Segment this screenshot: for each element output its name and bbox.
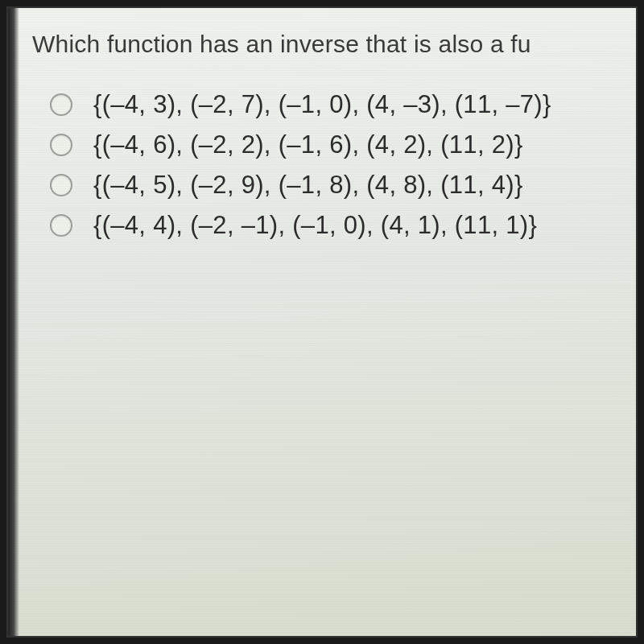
quiz-screen: Which function has an inverse that is al… (8, 8, 636, 636)
option-row-2[interactable]: {(–4, 6), (–2, 2), (–1, 6), (4, 2), (11,… (50, 130, 636, 159)
option-row-3[interactable]: {(–4, 5), (–2, 9), (–1, 8), (4, 8), (11,… (50, 171, 636, 200)
radio-icon[interactable] (50, 134, 72, 156)
option-label-1: {(–4, 3), (–2, 7), (–1, 0), (4, –3), (11… (93, 90, 551, 119)
monitor-bezel-left (8, 8, 19, 636)
radio-icon[interactable] (50, 214, 72, 237)
options-list: {(–4, 3), (–2, 7), (–1, 0), (4, –3), (11… (50, 90, 636, 240)
radio-icon[interactable] (50, 174, 72, 196)
radio-icon[interactable] (50, 93, 72, 116)
option-label-2: {(–4, 6), (–2, 2), (–1, 6), (4, 2), (11,… (93, 130, 523, 159)
option-label-3: {(–4, 5), (–2, 9), (–1, 8), (4, 8), (11,… (93, 171, 523, 200)
option-row-4[interactable]: {(–4, 4), (–2, –1), (–1, 0), (4, 1), (11… (50, 211, 636, 240)
option-label-4: {(–4, 4), (–2, –1), (–1, 0), (4, 1), (11… (93, 211, 537, 240)
screenshot-photo: Which function has an inverse that is al… (6, 6, 638, 638)
option-row-1[interactable]: {(–4, 3), (–2, 7), (–1, 0), (4, –3), (11… (50, 90, 636, 119)
question-text: Which function has an inverse that is al… (32, 31, 636, 58)
